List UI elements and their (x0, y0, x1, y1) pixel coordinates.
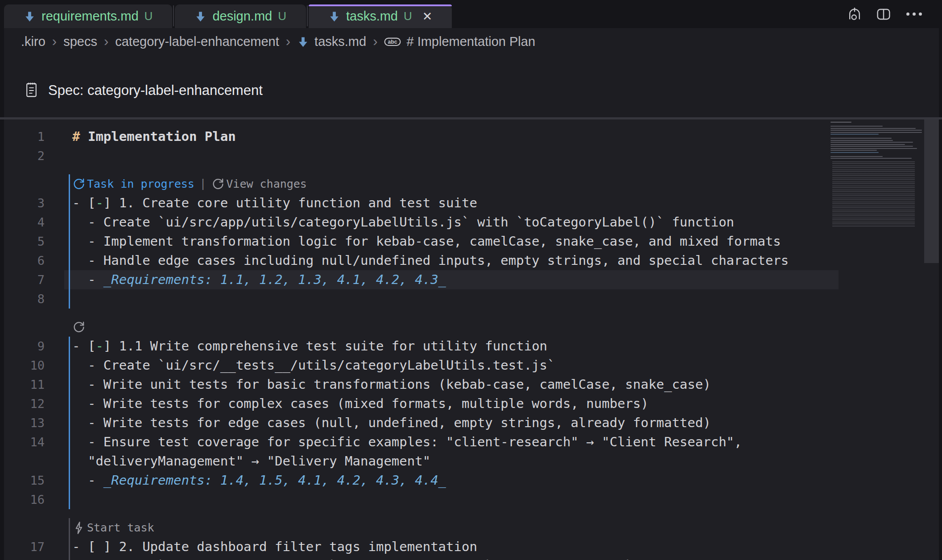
more-actions-icon[interactable] (905, 12, 923, 16)
close-tab-icon[interactable]: ✕ (422, 9, 433, 24)
line-text[interactable]: - [-] 1.1 Write comprehensive test suite… (72, 338, 547, 354)
tab-label: requirements.md (41, 9, 139, 24)
line-number: 18 (4, 556, 45, 560)
codelens-row: Task in progress|View changes (4, 174, 939, 194)
breadcrumb-separator: › (373, 33, 377, 49)
indent-guide (69, 251, 70, 270)
breadcrumb-label: specs (63, 34, 97, 49)
line-number: 16 (4, 490, 45, 509)
editor-actions (847, 0, 942, 28)
line-number: 13 (4, 413, 45, 432)
spec-bar-divider (0, 117, 942, 119)
line-number: 7 (4, 270, 45, 289)
line-text[interactable]: - Create `ui/src/app/utils/categoryLabel… (72, 214, 734, 230)
window-edge-left (0, 28, 4, 560)
line-text[interactable]: - [-] 1. Create core utility function an… (72, 195, 477, 210)
line-number: 11 (4, 375, 45, 394)
indent-guide (69, 490, 70, 509)
line-text[interactable]: - _Requirements: 1.1, 1.2, 1.3, 4.1, 4.2… (72, 272, 446, 287)
breadcrumb-label: tasks.md (314, 34, 366, 49)
line-text[interactable]: - Implement transformation logic for keb… (72, 234, 781, 249)
line-number: 14 (4, 432, 45, 452)
indent-guide (69, 471, 70, 490)
codelens-view-changes[interactable]: View changes (211, 174, 307, 194)
split-editor-icon[interactable] (876, 7, 891, 22)
markdown-icon (297, 36, 309, 48)
line-number (4, 317, 45, 337)
line-text[interactable]: - Handle edge cases including null/undef… (72, 253, 789, 268)
codelens-start-task[interactable]: Start task (72, 518, 154, 537)
tab-strip: requirements.mdUdesign.mdUtasks.mdU✕ (0, 0, 452, 28)
line-text[interactable]: "deliveryManagement" → "Delivery Managem… (72, 453, 430, 469)
breadcrumb-label: # Implementation Plan (406, 34, 535, 49)
breadcrumb-item[interactable]: tasks.md (297, 34, 366, 49)
line-number: 4 (4, 213, 45, 232)
breadcrumb-separator: › (52, 33, 57, 49)
line-text[interactable]: - Write tests for edge cases (null, unde… (72, 415, 711, 430)
editor-line: 11 - Write unit tests for basic transfor… (4, 375, 939, 394)
codelens-task-in-progress[interactable]: Task in progress (72, 174, 194, 194)
zap-icon (72, 521, 86, 535)
line-text[interactable]: - Write tests for complex cases (mixed f… (72, 396, 649, 411)
editor-line: 1# Implementation Plan (4, 127, 939, 146)
indent-guide (69, 337, 70, 356)
codelens-row (4, 317, 939, 337)
line-number (4, 518, 45, 537)
minimap-line (830, 132, 922, 133)
tab-tasks.md[interactable]: tasks.mdU✕ (309, 4, 452, 28)
line-text[interactable]: # Implementation Plan (72, 129, 236, 144)
editor-line: 16 (4, 490, 939, 509)
line-text[interactable]: - Write unit tests for basic transformat… (72, 377, 711, 392)
indent-guide (69, 194, 70, 213)
window-edge-right (939, 28, 942, 560)
minimap-overflow (832, 161, 915, 227)
tab-requirements.md[interactable]: requirements.mdU (4, 4, 172, 28)
editor-line: 13 - Write tests for edge cases (null, u… (4, 413, 939, 432)
editor-line: 3- [-] 1. Create core utility function a… (4, 194, 939, 213)
line-number: 10 (4, 356, 45, 375)
codelens-separator: | (200, 174, 206, 194)
git-status-badge: U (404, 9, 412, 23)
minimap-line (830, 140, 893, 141)
spec-title: Spec: category-label-enhancement (48, 82, 263, 98)
spinner-icon (72, 177, 86, 191)
tab-bar: requirements.mdUdesign.mdUtasks.mdU✕ (0, 0, 942, 28)
sync-icon (211, 177, 225, 191)
breadcrumb-item[interactable]: specs (63, 34, 97, 49)
breadcrumb-item[interactable]: .kiro (21, 34, 45, 49)
indent-guide (69, 413, 70, 432)
minimap-line (830, 138, 892, 139)
breadcrumb-separator: › (286, 33, 290, 49)
editor: 1# Implementation Plan2Task in progress|… (4, 119, 939, 560)
minimap-line (830, 134, 879, 135)
line-number (4, 174, 45, 194)
editor-line: 6 - Handle edge cases including null/und… (4, 251, 939, 270)
minimap-line (830, 126, 883, 127)
line-text[interactable]: - _Requirements: 1.4, 1.5, 4.1, 4.2, 4.3… (72, 473, 446, 488)
codelens-task-spinner[interactable] (72, 321, 86, 334)
breadcrumb-item[interactable]: category-label-enhancement (115, 34, 279, 49)
tab-divider (307, 5, 308, 26)
vertical-scrollbar-thumb[interactable] (924, 119, 939, 263)
line-text[interactable]: - [ ] 2. Update dashboard filter tags im… (72, 539, 477, 554)
minimap-line (830, 128, 916, 129)
spinner-icon (72, 321, 86, 334)
editor-line: 8 (4, 289, 939, 309)
breadcrumb-separator: › (104, 33, 108, 49)
tab-design.md[interactable]: design.mdU (175, 4, 306, 28)
line-text[interactable]: - Modify `ui/src/pages/index.js` to impo… (72, 558, 703, 560)
editor-line: 9- [-] 1.1 Write comprehensive test suit… (4, 337, 939, 356)
editor-line: 10 - Create `ui/src/__tests__/utils/cate… (4, 356, 939, 375)
line-text[interactable]: - Ensure test coverage for specific exam… (72, 434, 742, 449)
indent-guide (69, 289, 70, 309)
indent-guide (69, 375, 70, 394)
kiro-agent-icon[interactable] (847, 6, 863, 22)
line-text[interactable]: - Create `ui/src/__tests__/utils/categor… (72, 358, 555, 373)
breadcrumb-item[interactable]: abc# Implementation Plan (384, 34, 535, 49)
editor-line: 2 (4, 146, 939, 165)
minimap[interactable] (830, 122, 924, 234)
editor-line: 4 - Create `ui/src/app/utils/categoryLab… (4, 213, 939, 232)
minimap-line (830, 142, 913, 143)
line-number: 8 (4, 289, 45, 309)
minimap-line (830, 152, 879, 153)
